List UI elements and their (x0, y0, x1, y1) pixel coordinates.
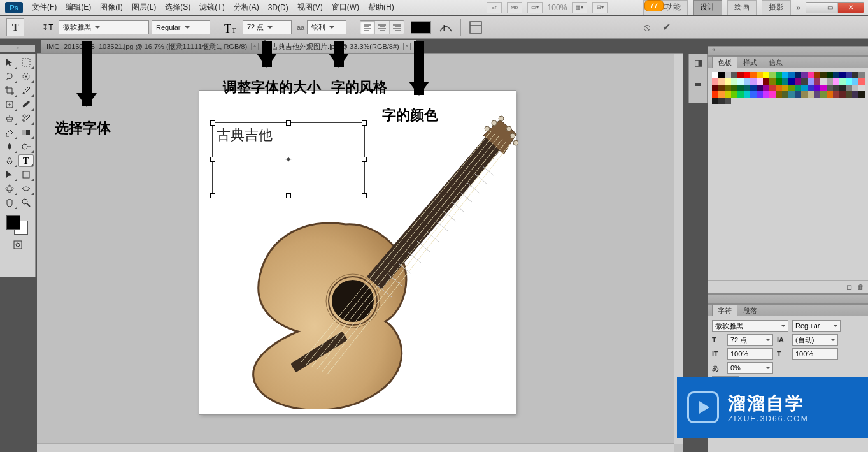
swatch-color[interactable] (718, 78, 725, 85)
swatch-color[interactable] (769, 72, 776, 78)
minibridge-icon[interactable]: Mb (507, 2, 522, 13)
menu-layer[interactable]: 图层(L) (132, 2, 157, 13)
swatch-color[interactable] (858, 72, 865, 78)
swatch-color[interactable] (776, 72, 782, 78)
swatch-color[interactable] (712, 91, 718, 98)
swatch-color[interactable] (814, 85, 820, 91)
eraser-tool[interactable] (2, 126, 17, 139)
quick-select-tool[interactable] (18, 70, 34, 83)
swatch-color[interactable] (852, 78, 858, 85)
swatch-color[interactable] (846, 72, 852, 78)
shape-tool[interactable] (18, 168, 34, 181)
swatch-color[interactable] (737, 85, 744, 91)
swatch-color[interactable] (731, 85, 737, 91)
swatch-color[interactable] (763, 78, 769, 85)
document-tab-0[interactable]: IMG_20150125_103521.jpg @ 16.7% (惬意11111… (41, 40, 264, 53)
3d-camera-tool[interactable] (18, 182, 34, 195)
char-font-family[interactable]: 微软雅黑 (712, 320, 788, 332)
dodge-tool[interactable] (18, 140, 34, 153)
swatch-color[interactable] (846, 78, 852, 85)
swatch-color[interactable] (833, 85, 839, 91)
zoom-tool[interactable] (18, 196, 34, 209)
swatch-color[interactable] (725, 78, 731, 85)
character-panel-toggle-icon[interactable] (467, 20, 484, 35)
menu-help[interactable]: 帮助(H) (368, 2, 394, 13)
swatch-color[interactable] (712, 72, 718, 78)
text-color-swatch[interactable] (411, 21, 431, 34)
new-swatch-icon[interactable]: ◻ (846, 283, 852, 291)
swatch-color[interactable] (757, 72, 763, 78)
text-bounding-box[interactable]: 古典吉他 ✦ (212, 122, 365, 196)
char-font-size[interactable]: 72 点 (727, 334, 773, 346)
swatch-color[interactable] (731, 91, 737, 98)
swatch-color[interactable] (839, 78, 846, 85)
swatch-color[interactable] (808, 78, 814, 85)
swatch-color[interactable] (731, 72, 737, 78)
document-canvas[interactable]: 古典吉他 ✦ (199, 91, 516, 414)
menu-edit[interactable]: 编辑(E) (66, 2, 91, 13)
swatch-color[interactable] (846, 85, 852, 91)
swatch-color[interactable] (750, 78, 757, 85)
workspace-photo[interactable]: 摄影 (762, 0, 791, 15)
commit-edits-icon[interactable]: ✔ (658, 20, 674, 35)
swatch-color[interactable] (839, 91, 846, 98)
minimize-button[interactable]: — (806, 3, 822, 13)
swatch-color[interactable] (801, 85, 808, 91)
swatch-color[interactable] (795, 91, 801, 98)
swatch-color[interactable] (801, 91, 808, 98)
menu-window[interactable]: 窗口(W) (332, 2, 359, 13)
healing-brush-tool[interactable] (2, 98, 17, 111)
history-brush-tool[interactable] (18, 112, 34, 125)
blur-tool[interactable] (2, 140, 17, 153)
swatch-color[interactable] (776, 85, 782, 91)
color-fg-bg[interactable] (6, 215, 28, 235)
swatch-color[interactable] (788, 91, 795, 98)
maximize-button[interactable]: ▭ (822, 3, 837, 13)
swatch-color[interactable] (718, 85, 725, 91)
align-center-button[interactable] (374, 21, 389, 34)
current-tool-indicator[interactable]: T (6, 18, 24, 36)
swatch-color[interactable] (757, 91, 763, 98)
swatch-color[interactable] (858, 91, 865, 98)
hand-tool[interactable] (2, 196, 17, 209)
menu-3d[interactable]: 3D(D) (268, 3, 288, 12)
info-tab[interactable]: 信息 (763, 57, 788, 68)
swatch-color[interactable] (808, 85, 814, 91)
zoom-display[interactable]: 100% (548, 3, 567, 12)
swatch-color[interactable] (744, 91, 750, 98)
screenmode-icon[interactable]: ▭▾ (527, 2, 543, 13)
foreground-color-swatch[interactable] (6, 215, 20, 230)
notification-badge[interactable]: 77 (644, 0, 664, 11)
swatch-color[interactable] (852, 91, 858, 98)
swatch-color[interactable] (801, 78, 808, 85)
crop-tool[interactable] (2, 84, 17, 97)
font-family-dropdown[interactable]: 微软雅黑 (59, 20, 149, 34)
swatch-color[interactable] (820, 78, 827, 85)
swatch-color[interactable] (737, 72, 744, 78)
arrange-icon[interactable]: ▦▾ (572, 2, 587, 13)
brush-tool[interactable] (18, 98, 34, 111)
swatch-color[interactable] (846, 91, 852, 98)
swatch-color[interactable] (839, 72, 846, 78)
swatch-color[interactable] (782, 85, 788, 91)
font-size-dropdown[interactable]: 72 点 (243, 20, 292, 34)
swatch-color[interactable] (827, 78, 833, 85)
document-tab-0-close-icon[interactable]: × (251, 43, 259, 50)
horizontal-scrollbar[interactable] (37, 443, 674, 452)
swatch-color[interactable] (712, 78, 718, 85)
type-tool[interactable]: T (18, 154, 34, 167)
menu-select[interactable]: 选择(S) (165, 2, 190, 13)
swatch-color[interactable] (725, 72, 731, 78)
close-button[interactable]: ✕ (837, 3, 864, 13)
swatch-color[interactable] (833, 78, 839, 85)
dock-history-icon[interactable]: ◨ (692, 56, 704, 69)
char-baseline[interactable]: 0% (727, 362, 773, 374)
swatch-color[interactable] (833, 91, 839, 98)
swatch-color[interactable] (820, 85, 827, 91)
menu-filter[interactable]: 滤镜(T) (199, 2, 224, 13)
swatch-color[interactable] (814, 78, 820, 85)
pen-tool[interactable] (2, 154, 17, 167)
swatch-color[interactable] (795, 78, 801, 85)
document-tab-1-close-icon[interactable]: × (403, 43, 411, 50)
swatch-color[interactable] (814, 91, 820, 98)
